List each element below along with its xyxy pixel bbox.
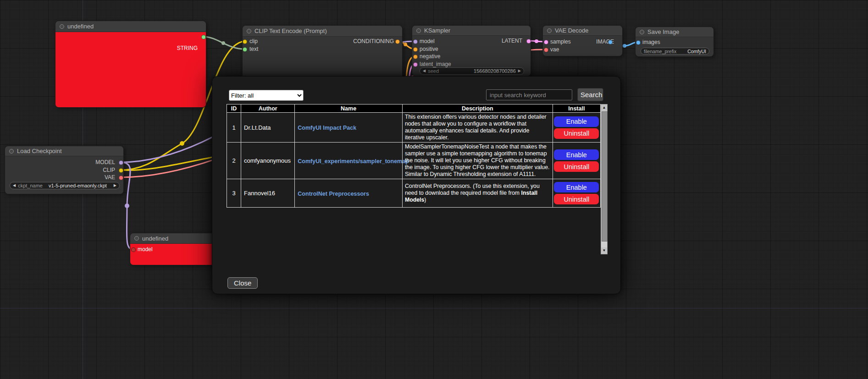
positive-input-slot[interactable] bbox=[413, 47, 418, 52]
node-header[interactable]: KSampler bbox=[412, 26, 531, 36]
scroll-up-icon[interactable]: ▲ bbox=[601, 104, 607, 111]
decrement-arrow-icon[interactable]: ◀ bbox=[423, 69, 426, 73]
wire-clip-hidden bbox=[121, 156, 220, 170]
clip-input-slot[interactable] bbox=[243, 39, 247, 44]
seed-widget[interactable]: ◀ seed 156680208700286 ▶ bbox=[420, 67, 524, 75]
slot-label: CONDITIONING bbox=[353, 38, 394, 44]
collapse-dot-icon[interactable] bbox=[60, 24, 64, 29]
slot-label: positive bbox=[420, 46, 438, 52]
widget-value: v1-5-pruned-emaonly.ckpt bbox=[49, 183, 107, 188]
column-header-author: Author bbox=[241, 104, 295, 113]
extension-id: 2 bbox=[227, 143, 241, 179]
slot-label: model bbox=[420, 38, 435, 44]
slot-label: images bbox=[642, 39, 660, 45]
extension-name-link[interactable]: ComfyUI Impact Pack bbox=[298, 125, 356, 131]
images-input-slot[interactable] bbox=[636, 40, 641, 45]
string-output-slot[interactable] bbox=[201, 35, 206, 39]
slot-label: CLIP bbox=[103, 167, 115, 173]
extension-row: 3Fannovel16ControlNet PreprocessorsContr… bbox=[227, 179, 601, 208]
table-scrollbar[interactable]: ▲ ▼ bbox=[601, 104, 608, 254]
node-header[interactable]: undefined bbox=[55, 21, 206, 32]
slot-label: model bbox=[138, 246, 153, 253]
column-header-id: ID bbox=[227, 104, 241, 113]
slot-label: clip bbox=[249, 38, 258, 44]
widget-value: 156680208700286 bbox=[474, 68, 516, 74]
scrollbar-thumb[interactable] bbox=[602, 111, 608, 242]
node-canvas[interactable]: undefined STRING CLIP Text Encode (Promp… bbox=[0, 0, 868, 379]
slot-label: vae bbox=[550, 46, 559, 53]
node-save-image[interactable]: Save Image images filename_prefix ComfyU… bbox=[635, 27, 714, 57]
increment-arrow-icon[interactable]: ▶ bbox=[518, 69, 521, 73]
collapse-dot-icon[interactable] bbox=[9, 149, 14, 154]
vae-input-slot[interactable] bbox=[544, 48, 548, 52]
link-midpoint-dot[interactable] bbox=[180, 141, 184, 146]
image-output-slot[interactable] bbox=[608, 40, 613, 44]
filename-prefix-widget[interactable]: filename_prefix ComfyUI bbox=[641, 48, 709, 55]
model-output-slot[interactable] bbox=[119, 160, 123, 165]
node-vae-decode[interactable]: VAE Decode samples vae IMAGE bbox=[542, 25, 623, 56]
link-midpoint-dot[interactable] bbox=[623, 44, 626, 48]
negative-input-slot[interactable] bbox=[413, 55, 418, 59]
node-title: undefined bbox=[67, 23, 94, 30]
enable-button[interactable]: Enable bbox=[554, 149, 599, 160]
link-midpoint-dot[interactable] bbox=[535, 39, 538, 43]
uninstall-button[interactable]: Uninstall bbox=[554, 128, 599, 139]
extension-description: This extension offers various detector n… bbox=[402, 113, 553, 143]
extension-description: ControlNet Preprocessors. (To use this e… bbox=[402, 179, 553, 208]
search-input[interactable] bbox=[486, 89, 572, 100]
enable-button[interactable]: Enable bbox=[554, 116, 599, 127]
search-button[interactable]: Search bbox=[577, 88, 603, 101]
model-input-slot[interactable] bbox=[131, 247, 136, 252]
uninstall-button[interactable]: Uninstall bbox=[554, 161, 599, 172]
increment-arrow-icon[interactable]: ▶ bbox=[114, 184, 116, 187]
slot-label: latent_image bbox=[420, 61, 451, 67]
node-header[interactable]: CLIP Text Encode (Prompt) bbox=[243, 26, 402, 37]
link-midpoint-dot[interactable] bbox=[221, 41, 225, 45]
latent-output-slot[interactable] bbox=[526, 39, 531, 44]
clip-output-slot[interactable] bbox=[119, 168, 123, 173]
extension-name-link[interactable]: ControlNet Preprocessors bbox=[298, 191, 369, 197]
node-title: VAE Decode bbox=[555, 27, 588, 34]
extension-author: Dr.Lt.Data bbox=[241, 113, 295, 143]
error-node-body bbox=[55, 32, 206, 107]
extensions-table-body: 1Dr.Lt.DataComfyUI Impact PackThis exten… bbox=[227, 113, 601, 208]
collapse-dot-icon[interactable] bbox=[134, 236, 139, 241]
node-header[interactable]: Save Image bbox=[636, 27, 713, 37]
node-header[interactable]: VAE Decode bbox=[543, 26, 622, 36]
filter-dropdown[interactable]: Filter: all bbox=[229, 90, 304, 101]
slot-label: VAE bbox=[105, 174, 115, 181]
link-midpoint-dot[interactable] bbox=[125, 203, 129, 208]
scroll-down-icon[interactable]: ▼ bbox=[601, 247, 607, 254]
collapse-dot-icon[interactable] bbox=[640, 30, 644, 34]
widget-label: ckpt_name bbox=[18, 183, 43, 188]
extension-author: comfyanonymous bbox=[241, 143, 295, 179]
node-header[interactable]: Load Checkpoint bbox=[5, 146, 123, 156]
node-title: Save Image bbox=[647, 28, 679, 35]
enable-button[interactable]: Enable bbox=[554, 182, 599, 192]
samples-input-slot[interactable] bbox=[544, 40, 548, 44]
extension-name-cell: ControlNet Preprocessors bbox=[295, 179, 403, 208]
extension-install-cell: EnableUninstall bbox=[553, 143, 600, 179]
collapse-dot-icon[interactable] bbox=[416, 28, 421, 33]
collapse-dot-icon[interactable] bbox=[247, 29, 251, 33]
slot-label: STRING bbox=[177, 45, 198, 51]
link-midpoint-dot[interactable] bbox=[404, 43, 407, 46]
extensions-table: ID Author Name Description Install 1Dr.L… bbox=[227, 104, 601, 208]
node-load-checkpoint[interactable]: Load Checkpoint MODEL CLIP VAE ◀ ckpt_na… bbox=[5, 146, 124, 194]
node-title: CLIP Text Encode (Prompt) bbox=[254, 27, 327, 34]
latent-image-input-slot[interactable] bbox=[413, 62, 418, 67]
model-input-slot[interactable] bbox=[413, 39, 418, 44]
extension-row: 1Dr.Lt.DataComfyUI Impact PackThis exten… bbox=[227, 113, 601, 143]
collapse-dot-icon[interactable] bbox=[547, 28, 552, 33]
text-input-slot[interactable] bbox=[243, 47, 247, 52]
decrement-arrow-icon[interactable]: ◀ bbox=[13, 184, 16, 187]
ckpt-name-widget[interactable]: ◀ ckpt_name v1-5-pruned-emaonly.ckpt ▶ bbox=[10, 182, 120, 189]
extension-name-link[interactable]: ComfyUI_experiments/sampler_tonemap bbox=[298, 158, 409, 165]
node-ksampler[interactable]: KSampler model positive negative latent_… bbox=[412, 25, 531, 77]
close-button[interactable]: Close bbox=[227, 277, 258, 289]
node-undefined-top[interactable]: undefined STRING bbox=[55, 21, 206, 108]
uninstall-button[interactable]: Uninstall bbox=[554, 194, 599, 204]
conditioning-output-slot[interactable] bbox=[395, 39, 400, 44]
slot-label: LATENT bbox=[502, 38, 522, 44]
vae-output-slot[interactable] bbox=[119, 176, 123, 180]
